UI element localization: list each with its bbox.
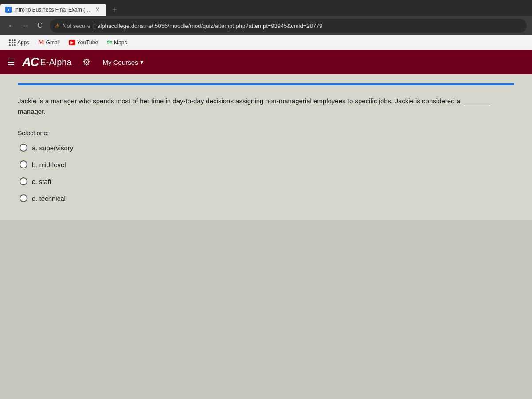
- maps-icon: 🗺: [107, 39, 112, 46]
- quiz-area: Jackie is a manager who spends most of h…: [0, 74, 532, 399]
- maps-label: Maps: [114, 39, 127, 46]
- option-d[interactable]: d. technical: [20, 194, 514, 202]
- blue-divider-line: [18, 83, 514, 85]
- refresh-button[interactable]: C: [34, 20, 46, 32]
- hamburger-menu-icon[interactable]: ☰: [7, 57, 15, 67]
- radio-d[interactable]: [20, 194, 27, 202]
- bookmark-youtube[interactable]: ▶ YouTube: [65, 39, 102, 47]
- tab-title: Intro to Business Final Exam (pag: [14, 7, 91, 13]
- option-a-label: a. supervisory: [32, 144, 73, 152]
- apps-label: Apps: [17, 39, 29, 46]
- tab-favicon: A: [5, 7, 12, 13]
- option-b-label: b. mid-level: [32, 161, 66, 168]
- logo-ac-text: AC: [22, 55, 38, 69]
- radio-a[interactable]: [20, 144, 27, 152]
- moodle-header: ☰ AC E-Alpha ⚙ My Courses ▾: [0, 50, 532, 74]
- dropdown-arrow-icon: ▾: [140, 58, 144, 66]
- logo-area: AC E-Alpha: [22, 55, 72, 69]
- question-text: Jackie is a manager who spends most of h…: [18, 96, 514, 117]
- gmail-label: Gmail: [46, 39, 60, 46]
- radio-b[interactable]: [20, 160, 27, 168]
- url-bar[interactable]: ⚠ Not secure | alphacollege.ddns.net:505…: [50, 19, 527, 33]
- bookmark-apps[interactable]: Apps: [5, 39, 33, 47]
- radio-c[interactable]: [20, 177, 27, 185]
- page-content: ☰ AC E-Alpha ⚙ My Courses ▾ Jackie is a …: [0, 50, 532, 399]
- secure-label: Not secure: [63, 23, 90, 29]
- new-tab-button[interactable]: +: [108, 4, 121, 16]
- quiz-inner: Jackie is a manager who spends most of h…: [0, 74, 532, 220]
- bookmark-gmail[interactable]: M Gmail: [35, 38, 63, 47]
- select-one-label: Select one:: [18, 129, 514, 137]
- tab-close-button[interactable]: ×: [94, 6, 101, 13]
- options-list: a. supervisory b. mid-level c. staff d. …: [18, 144, 514, 202]
- option-c[interactable]: c. staff: [20, 177, 514, 185]
- back-button[interactable]: ←: [5, 20, 18, 32]
- option-a[interactable]: a. supervisory: [20, 144, 514, 152]
- address-bar: ← → C ⚠ Not secure | alphacollege.ddns.n…: [0, 16, 532, 35]
- blank-underline: [464, 106, 490, 106]
- option-c-label: c. staff: [32, 178, 51, 185]
- youtube-icon: ▶: [69, 40, 75, 45]
- my-courses-label: My Courses: [103, 59, 138, 66]
- apps-grid-icon: [9, 39, 16, 46]
- gmail-icon: M: [38, 39, 44, 46]
- browser-chrome: A Intro to Business Final Exam (pag × + …: [0, 0, 532, 50]
- nav-buttons: ← → C: [5, 20, 46, 32]
- logo-name-text: E-Alpha: [40, 57, 71, 67]
- url-text: alphacollege.ddns.net:5056/moodle/mod/qu…: [97, 23, 322, 29]
- security-lock-icon: ⚠: [55, 23, 60, 29]
- option-b[interactable]: b. mid-level: [20, 160, 514, 168]
- youtube-label: YouTube: [77, 39, 98, 46]
- bookmarks-bar: Apps M Gmail ▶ YouTube 🗺 Maps: [0, 35, 532, 50]
- tab-bar: A Intro to Business Final Exam (pag × +: [0, 0, 532, 16]
- option-d-label: d. technical: [32, 195, 66, 202]
- settings-gear-icon[interactable]: ⚙: [82, 57, 90, 67]
- active-tab[interactable]: A Intro to Business Final Exam (pag ×: [0, 4, 106, 16]
- forward-button[interactable]: →: [20, 20, 32, 32]
- my-courses-button[interactable]: My Courses ▾: [98, 55, 149, 69]
- bookmark-maps[interactable]: 🗺 Maps: [103, 39, 130, 47]
